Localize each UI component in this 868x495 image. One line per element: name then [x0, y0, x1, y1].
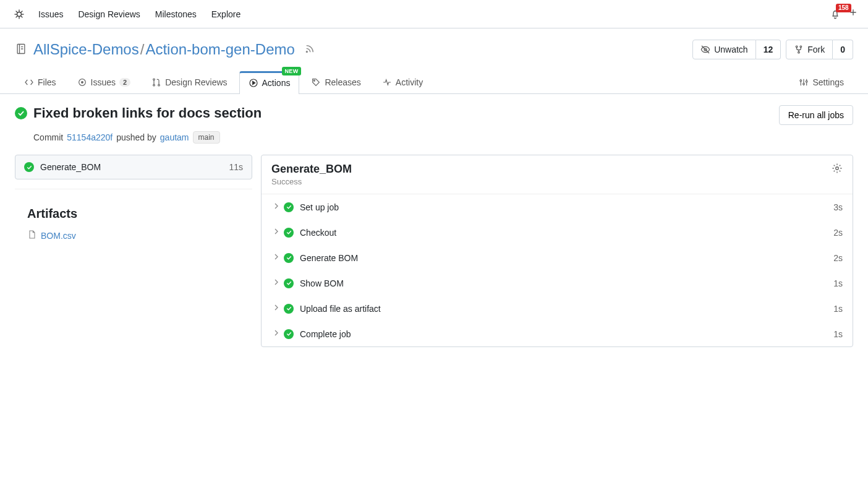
svg-point-5	[800, 46, 802, 48]
step-status-icon	[284, 278, 294, 288]
chevron-right-icon	[271, 277, 278, 289]
step-name: Complete job	[300, 329, 827, 339]
step-name: Checkout	[300, 228, 827, 238]
svg-point-15	[803, 83, 805, 85]
repo-owner-link[interactable]: AllSpice-Demos	[33, 41, 139, 58]
notifications-button[interactable]: 158	[830, 9, 841, 20]
step-row[interactable]: Show BOM 1s	[262, 270, 853, 296]
artifact-link[interactable]: BOM.csv	[15, 230, 252, 241]
tab-issues-label: Issues	[91, 77, 116, 87]
issues-count-badge: 2	[119, 78, 130, 87]
nav-explore[interactable]: Explore	[211, 9, 240, 19]
check-icon	[286, 305, 292, 312]
check-icon	[286, 330, 292, 337]
issue-icon	[77, 77, 87, 87]
check-icon	[286, 204, 292, 210]
commit-label: Commit	[33, 132, 63, 142]
chevron-right-icon	[271, 252, 278, 264]
check-icon	[286, 254, 292, 261]
tab-releases[interactable]: Releases	[302, 71, 370, 93]
step-time: 2s	[833, 228, 843, 238]
tab-activity[interactable]: Activity	[373, 71, 432, 93]
repo-icon	[15, 43, 27, 57]
nav-design-reviews[interactable]: Design Reviews	[78, 9, 140, 19]
new-badge: NEW	[282, 67, 302, 75]
code-icon	[24, 77, 34, 87]
svg-point-9	[153, 79, 155, 80]
repo-title: AllSpice-Demos/Action-bom-gen-Demo	[33, 41, 295, 58]
rerun-all-button[interactable]: Re-run all jobs	[779, 105, 853, 125]
step-time: 1s	[833, 278, 843, 288]
tab-releases-label: Releases	[325, 77, 360, 87]
check-icon	[286, 229, 292, 236]
fork-button[interactable]: Fork	[786, 40, 833, 59]
git-pull-icon	[151, 77, 161, 87]
step-name: Upload file as artifact	[300, 304, 827, 314]
job-generate-bom[interactable]: Generate_BOM 11s	[15, 155, 252, 179]
step-status-icon	[284, 202, 294, 212]
jobs-sidebar: Generate_BOM 11s Artifacts BOM.csv	[15, 155, 252, 347]
fork-count[interactable]: 0	[833, 40, 853, 59]
run-status-icon	[15, 107, 27, 119]
step-status-icon	[284, 228, 294, 238]
svg-point-8	[81, 82, 83, 84]
unwatch-label: Unwatch	[714, 45, 747, 54]
artifact-name: BOM.csv	[41, 231, 76, 241]
check-icon	[286, 280, 292, 286]
tab-settings[interactable]: Settings	[789, 71, 853, 93]
rss-icon[interactable]	[305, 44, 315, 56]
nav-milestones[interactable]: Milestones	[155, 9, 197, 19]
step-row[interactable]: Checkout 2s	[262, 220, 853, 245]
nav-issues[interactable]: Issues	[38, 9, 63, 19]
step-name: Set up job	[300, 202, 827, 212]
commit-hash-link[interactable]: 51154a220f	[67, 132, 113, 142]
artifacts-heading: Artifacts	[15, 207, 252, 221]
top-nav: Issues Design Reviews Milestones Explore…	[0, 0, 868, 28]
step-row[interactable]: Set up job 3s	[262, 194, 853, 220]
pulse-icon	[382, 77, 392, 87]
step-name: Generate BOM	[300, 253, 827, 263]
chevron-right-icon	[271, 303, 278, 314]
tab-actions[interactable]: Actions NEW	[239, 71, 300, 94]
run-title: Fixed broken links for docs section	[33, 105, 262, 121]
step-time: 1s	[833, 329, 843, 339]
notification-count: 158	[836, 4, 851, 12]
job-status-icon	[24, 162, 34, 172]
panel-status: Success	[271, 177, 352, 186]
tab-design-reviews[interactable]: Design Reviews	[142, 71, 236, 93]
step-row[interactable]: Upload file as artifact 1s	[262, 296, 853, 321]
repo-name-link[interactable]: Action-bom-gen-Demo	[145, 41, 294, 58]
step-row[interactable]: Complete job 1s	[262, 321, 853, 346]
step-time: 1s	[833, 304, 843, 314]
eye-off-icon	[700, 45, 710, 54]
watch-count[interactable]: 12	[756, 40, 781, 59]
tab-activity-label: Activity	[396, 77, 423, 87]
watch-button-group: Unwatch 12	[692, 40, 781, 59]
svg-point-4	[796, 46, 798, 48]
fork-button-group: Fork 0	[786, 40, 853, 59]
step-status-icon	[284, 329, 294, 339]
commit-line: Commit 51154a220f pushed by gautam main	[33, 131, 853, 144]
tag-icon	[311, 77, 321, 87]
svg-point-17	[836, 167, 839, 170]
app-logo[interactable]	[10, 5, 28, 24]
step-row[interactable]: Generate BOM 2s	[262, 245, 853, 270]
panel-settings-button[interactable]	[832, 163, 843, 176]
check-icon	[17, 109, 25, 118]
fork-icon	[794, 45, 804, 54]
tab-issues[interactable]: Issues 2	[68, 71, 140, 93]
branch-tag[interactable]: main	[193, 131, 220, 144]
tab-actions-label: Actions	[262, 78, 291, 88]
step-name: Show BOM	[300, 278, 827, 288]
job-name: Generate_BOM	[40, 162, 223, 172]
fork-label: Fork	[807, 45, 825, 54]
commit-author-link[interactable]: gautam	[160, 132, 189, 142]
tab-files[interactable]: Files	[15, 71, 66, 93]
step-time: 3s	[833, 202, 843, 212]
pushed-by-label: pushed by	[116, 132, 156, 142]
step-status-icon	[284, 253, 294, 263]
svg-point-13	[314, 80, 315, 81]
gear-icon	[832, 163, 843, 174]
unwatch-button[interactable]: Unwatch	[692, 40, 755, 59]
svg-point-2	[306, 51, 307, 52]
